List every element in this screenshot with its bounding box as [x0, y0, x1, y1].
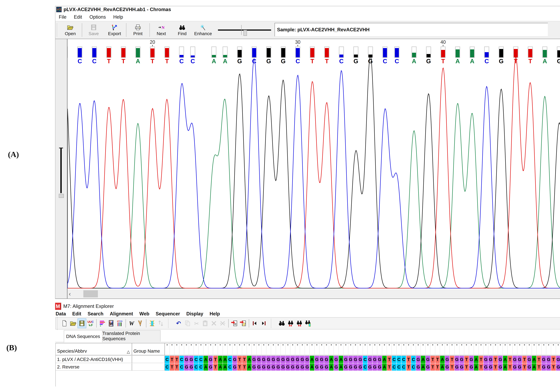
column-header-group-name[interactable]: Group Name	[132, 343, 165, 355]
insert-blank-sequence-button[interactable]	[230, 319, 239, 328]
sequence-cell[interactable]: A	[218, 363, 223, 371]
sequence-cell[interactable]: T	[213, 356, 218, 363]
sequence-cell[interactable]: T	[175, 363, 180, 371]
sequence-cell[interactable]: C	[363, 363, 368, 371]
sequence-cell[interactable]: A	[421, 356, 426, 363]
horizontal-scrollbar[interactable]: ‹	[68, 290, 560, 298]
sequence-cell[interactable]: G	[455, 363, 460, 371]
sequence-cell[interactable]: A	[532, 356, 537, 363]
sequence-cell[interactable]: C	[401, 363, 406, 371]
sequence-cell[interactable]: G	[469, 356, 474, 363]
slider-handle[interactable]	[59, 194, 64, 198]
sequence-cell[interactable]: G	[416, 356, 421, 363]
sequence-cell[interactable]: G	[315, 363, 320, 371]
sequence-cell[interactable]: G	[276, 356, 281, 363]
sequence-cell[interactable]: T	[522, 363, 527, 371]
previous-site-button[interactable]	[251, 319, 259, 328]
toolbar-button-print[interactable]: Print	[128, 22, 148, 38]
sequence-cell[interactable]: G	[320, 356, 324, 363]
sequence-cell[interactable]: G	[295, 356, 300, 363]
sequence-cell[interactable]: G	[252, 363, 257, 371]
sequence-cell[interactable]: T	[387, 356, 392, 363]
scroll-left-arrow-icon[interactable]: ‹	[69, 291, 71, 297]
sequence-cell[interactable]: A	[474, 356, 479, 363]
menu-item-web[interactable]: Web	[139, 311, 149, 317]
insert-sequence-from-file-button[interactable]	[239, 319, 247, 328]
sequence-cell[interactable]: G	[488, 356, 493, 363]
sequence-cell[interactable]: G	[546, 356, 551, 363]
sequence-cell[interactable]: G	[513, 363, 518, 371]
sequence-cell[interactable]: G	[358, 356, 363, 363]
sequence-cell[interactable]: G	[541, 363, 546, 371]
sequence-cell[interactable]: A	[203, 363, 208, 371]
sequence-cell[interactable]: G	[556, 356, 560, 363]
sequence-cell[interactable]: G	[488, 363, 493, 371]
align-muscle-button[interactable]	[136, 319, 144, 328]
sequence-cell[interactable]: T	[170, 356, 175, 363]
sequence-cell[interactable]: T	[508, 363, 513, 371]
sequence-cell[interactable]: A	[339, 363, 344, 371]
sequence-cell[interactable]: T	[450, 356, 455, 363]
sequence-cell[interactable]: A	[310, 356, 315, 363]
sequence-cell[interactable]: C	[180, 363, 184, 371]
menu-item-edit[interactable]: Edit	[72, 311, 81, 317]
sequence-cell[interactable]: A	[382, 363, 387, 371]
sequence-cell[interactable]: A	[247, 356, 252, 363]
sequence-cell[interactable]: G	[460, 363, 464, 371]
sequence-cell[interactable]: T	[406, 356, 411, 363]
sequence-cell[interactable]: T	[493, 363, 498, 371]
find-motif-button[interactable]	[278, 319, 286, 328]
sequence-cell[interactable]: G	[469, 363, 474, 371]
menu-item-search[interactable]: Search	[88, 311, 103, 317]
title-bar[interactable]: M M7: Alignment Explorer	[55, 303, 114, 310]
sequence-cell[interactable]: G	[257, 356, 261, 363]
sequence-cell[interactable]: T	[435, 356, 440, 363]
sequence-cell[interactable]: T	[406, 363, 411, 371]
sequence-cell[interactable]: A	[474, 363, 479, 371]
sequence-cell[interactable]: G	[261, 363, 266, 371]
sequence-cell[interactable]: G	[276, 363, 281, 371]
sequence-cell[interactable]: T	[242, 363, 247, 371]
sequence-cell[interactable]: G	[368, 363, 372, 371]
scrollbar-thumb[interactable]	[83, 290, 98, 297]
sequence-cell[interactable]: G	[281, 363, 286, 371]
sequence-cell[interactable]: C	[411, 363, 416, 371]
sequence-cell[interactable]: C	[411, 356, 416, 363]
sequence-cell[interactable]: T	[430, 363, 435, 371]
sequence-cell[interactable]: A	[532, 363, 537, 371]
sequence-cell[interactable]: G	[189, 356, 194, 363]
sequence-cell[interactable]: G	[372, 363, 377, 371]
sequence-cell[interactable]: G	[556, 363, 560, 371]
sequence-cell[interactable]: T	[387, 363, 392, 371]
sequence-cell[interactable]: G	[232, 363, 237, 371]
sequence-cell[interactable]: C	[228, 356, 232, 363]
menu-item-data[interactable]: Data	[56, 311, 66, 317]
mark-site-button[interactable]	[148, 319, 156, 328]
vertical-scale-slider[interactable]	[59, 148, 64, 201]
sequence-cell[interactable]: G	[455, 356, 460, 363]
sequence-cell[interactable]: C	[228, 363, 232, 371]
sequence-cell[interactable]: G	[290, 363, 295, 371]
sequence-cell[interactable]: A	[247, 363, 252, 371]
sequence-cell[interactable]: A	[203, 356, 208, 363]
highlight-motif-button[interactable]	[304, 319, 312, 328]
sequence-cell[interactable]: C	[165, 356, 170, 363]
menu-item-help[interactable]: Help	[210, 311, 220, 317]
sequence-cell[interactable]: A	[421, 363, 426, 371]
slider-knob[interactable]	[243, 30, 247, 36]
menu-item-sequencer[interactable]: Sequencer	[156, 311, 180, 317]
sequence-cell[interactable]: G	[334, 356, 339, 363]
sequence-cell[interactable]: A	[223, 363, 228, 371]
new-sequence-button[interactable]	[60, 319, 69, 328]
sequence-cell[interactable]: G	[527, 363, 532, 371]
sequence-cell[interactable]: G	[426, 356, 430, 363]
toolbar-button-export[interactable]: Export	[104, 22, 125, 38]
sequence-cell[interactable]: G	[208, 363, 213, 371]
save-session-button[interactable]	[78, 319, 86, 328]
menu-item-display[interactable]: Display	[186, 311, 203, 317]
sequence-cell[interactable]: C	[401, 356, 406, 363]
sequence-cell[interactable]: C	[397, 356, 401, 363]
toolbar-button-next[interactable]: NNext	[151, 22, 172, 38]
sequence-cell[interactable]: G	[483, 363, 488, 371]
sequence-cell[interactable]: G	[343, 363, 348, 371]
